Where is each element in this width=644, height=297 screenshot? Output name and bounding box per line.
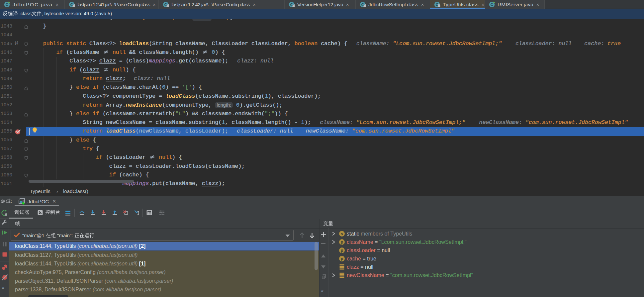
svg-text:p: p	[341, 240, 343, 244]
svg-text:s: s	[341, 231, 343, 236]
svg-text:C: C	[6, 3, 8, 7]
svg-text:C: C	[491, 3, 493, 7]
svg-text:p: p	[341, 248, 343, 252]
svg-text:p: p	[341, 256, 343, 261]
